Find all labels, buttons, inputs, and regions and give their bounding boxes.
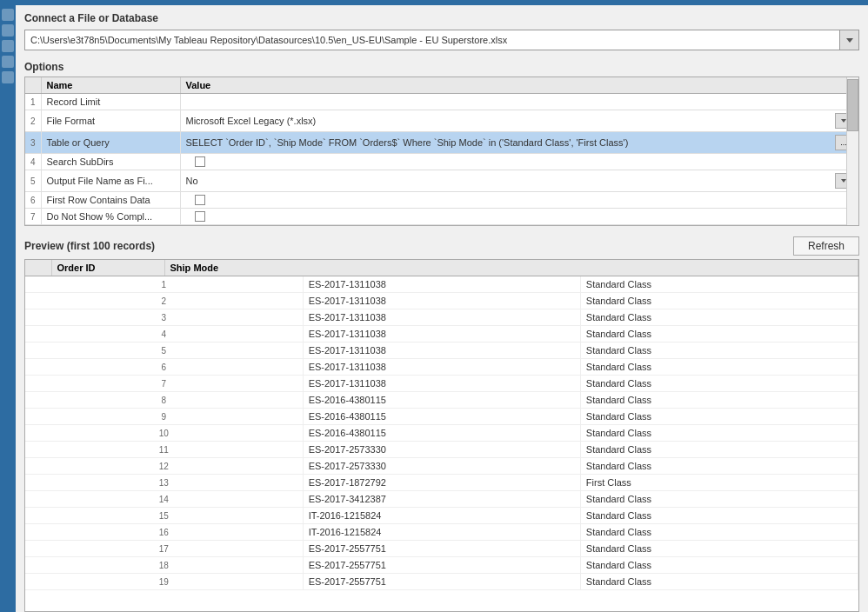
options-row-num: 1 <box>25 94 41 110</box>
preview-col-ship-mode: Ship Mode <box>164 260 858 276</box>
options-table-wrapper: Name Value 1Record Limit2File FormatMicr… <box>24 76 859 226</box>
options-checkbox[interactable] <box>195 156 205 167</box>
preview-order-id: ES-2017-3412387 <box>303 491 580 508</box>
options-header-row: Name Value <box>25 77 858 94</box>
options-row-value <box>180 154 858 170</box>
options-row: 4Search SubDirs <box>25 154 858 170</box>
table-row: 10ES-2016-4380115Standard Class <box>25 425 858 442</box>
table-row: 4ES-2017-1311038Standard Class <box>25 326 858 343</box>
table-row: 8ES-2016-4380115Standard Class <box>25 392 858 409</box>
options-row-name: First Row Contains Data <box>41 192 180 209</box>
preview-ship-mode: Standard Class <box>580 574 858 590</box>
preview-scroll-area[interactable]: 1ES-2017-1311038Standard Class2ES-2017-1… <box>25 276 858 611</box>
side-icon-2 <box>2 24 14 37</box>
header-section: Connect a File or Database <box>16 5 868 56</box>
options-row-name: File Format <box>41 110 180 132</box>
connect-title: Connect a File or Database <box>24 12 859 24</box>
preview-ship-mode: Standard Class <box>580 293 858 309</box>
preview-order-id: ES-2016-4380115 <box>303 409 580 425</box>
options-row: 5Output File Name as Fi...No <box>25 170 858 192</box>
options-col-num <box>25 77 41 94</box>
preview-row-num: 3 <box>25 309 303 326</box>
file-path-input[interactable] <box>24 30 840 50</box>
preview-ship-mode: Standard Class <box>580 557 858 574</box>
preview-order-id: ES-2017-1872792 <box>303 475 580 491</box>
options-table: Name Value 1Record Limit2File FormatMicr… <box>25 77 858 225</box>
options-row: 1Record Limit <box>25 94 858 110</box>
preview-header: Preview (first 100 records) Refresh <box>24 236 859 256</box>
options-row: 6First Row Contains Data <box>25 192 858 209</box>
table-row: 19ES-2017-2557751Standard Class <box>25 574 858 590</box>
options-checkbox[interactable] <box>195 195 205 205</box>
options-row-value <box>180 94 858 110</box>
options-row-num: 2 <box>25 110 41 132</box>
preview-row-num: 8 <box>25 392 303 409</box>
preview-section: Preview (first 100 records) Refresh Orde… <box>16 231 868 612</box>
side-icon-5 <box>2 71 14 83</box>
preview-table-header: Order ID Ship Mode <box>25 260 858 276</box>
preview-row-num: 4 <box>25 326 303 343</box>
preview-ship-mode: Standard Class <box>580 425 858 442</box>
options-row-value <box>180 192 858 209</box>
preview-row-num: 13 <box>25 475 303 491</box>
preview-ship-mode: Standard Class <box>580 508 858 524</box>
options-row-num: 7 <box>25 209 41 225</box>
file-path-dropdown-btn[interactable] <box>840 30 859 50</box>
preview-row-num: 16 <box>25 524 303 541</box>
preview-col-num <box>25 260 51 276</box>
options-row-name: Output File Name as Fi... <box>41 170 180 192</box>
preview-order-id: ES-2017-1311038 <box>303 376 580 392</box>
table-row: 5ES-2017-1311038Standard Class <box>25 343 858 359</box>
preview-row-num: 15 <box>25 508 303 524</box>
preview-row-num: 5 <box>25 343 303 359</box>
preview-ship-mode: Standard Class <box>580 442 858 458</box>
preview-row-num: 18 <box>25 557 303 574</box>
preview-order-id: ES-2017-1311038 <box>303 276 580 293</box>
preview-ship-mode: Standard Class <box>580 541 858 557</box>
preview-order-id: IT-2016-1215824 <box>303 524 580 541</box>
options-row: 2File FormatMicrosoft Excel Legacy (*.xl… <box>25 110 858 132</box>
preview-row-num: 1 <box>25 276 303 293</box>
preview-ship-mode: Standard Class <box>580 409 858 425</box>
options-row-value: SELECT `Order ID`, `Ship Mode` FROM `Ord… <box>180 132 858 154</box>
preview-ship-mode: Standard Class <box>580 491 858 508</box>
preview-order-id: ES-2017-1311038 <box>303 359 580 376</box>
preview-order-id: ES-2017-2573330 <box>303 442 580 458</box>
table-row: 11ES-2017-2573330Standard Class <box>25 442 858 458</box>
preview-order-id: ES-2017-2557751 <box>303 557 580 574</box>
side-icon-1 <box>2 9 14 21</box>
table-row: 17ES-2017-2557751Standard Class <box>25 541 858 557</box>
table-row: 13ES-2017-1872792First Class <box>25 475 858 491</box>
table-row: 1ES-2017-1311038Standard Class <box>25 276 858 293</box>
table-row: 15IT-2016-1215824Standard Class <box>25 508 858 524</box>
options-section: Options Name Value 1Record Limit2File Fo… <box>16 56 868 231</box>
preview-ship-mode: Standard Class <box>580 524 858 541</box>
preview-ship-mode: Standard Class <box>580 359 858 376</box>
side-icon-3 <box>2 40 14 52</box>
preview-order-id: ES-2016-4380115 <box>303 425 580 442</box>
options-scrollbar[interactable] <box>846 77 858 225</box>
side-icons <box>0 5 16 612</box>
main-content: Connect a File or Database Options Name … <box>16 5 868 612</box>
options-row-name: Record Limit <box>41 94 180 110</box>
preview-row-num: 14 <box>25 491 303 508</box>
refresh-button[interactable]: Refresh <box>793 236 859 256</box>
options-row-name: Do Not Show % Compl... <box>41 209 180 225</box>
preview-row-num: 11 <box>25 442 303 458</box>
preview-row-num: 6 <box>25 359 303 376</box>
file-path-row <box>24 30 859 50</box>
options-row-num: 6 <box>25 192 41 209</box>
preview-ship-mode: Standard Class <box>580 458 858 475</box>
options-row-name: Search SubDirs <box>41 154 180 170</box>
options-row: 7Do Not Show % Compl... <box>25 209 858 225</box>
preview-order-id: ES-2017-1311038 <box>303 326 580 343</box>
options-row-value <box>180 209 858 225</box>
options-checkbox[interactable] <box>195 211 205 222</box>
preview-order-id: ES-2017-2573330 <box>303 458 580 475</box>
preview-row-num: 17 <box>25 541 303 557</box>
preview-row-num: 2 <box>25 293 303 309</box>
preview-ship-mode: Standard Class <box>580 326 858 343</box>
preview-order-id: ES-2017-1311038 <box>303 309 580 326</box>
preview-ship-mode: Standard Class <box>580 376 858 392</box>
preview-data-table: 1ES-2017-1311038Standard Class2ES-2017-1… <box>25 276 858 590</box>
